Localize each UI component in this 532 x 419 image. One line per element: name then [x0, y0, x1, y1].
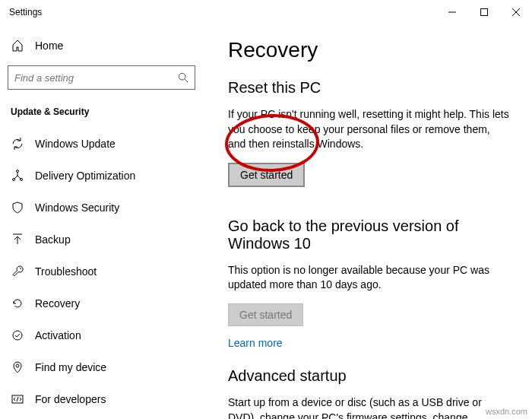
sidebar-item-label: For developers	[35, 393, 106, 405]
advanced-heading: Advanced startup	[228, 367, 517, 385]
svg-line-5	[185, 79, 188, 82]
reset-description: If your PC isn't running well, resetting…	[228, 107, 509, 152]
sidebar-item-label: Activation	[35, 329, 81, 341]
sidebar-item-recovery[interactable]: Recovery	[0, 287, 203, 319]
minimize-button[interactable]	[436, 0, 468, 24]
sidebar-home-label: Home	[35, 40, 63, 52]
svg-point-10	[13, 331, 22, 340]
sync-icon	[11, 138, 24, 150]
titlebar: Settings	[0, 0, 532, 24]
wrench-icon	[11, 265, 24, 278]
home-icon	[11, 40, 24, 52]
goback-get-started-button: Get started	[228, 303, 303, 326]
window-title: Settings	[9, 7, 42, 17]
sidebar: Home Update & Security Windows Update De…	[0, 24, 204, 419]
search-box[interactable]	[8, 65, 195, 90]
advanced-description: Start up from a device or disc (such as …	[228, 395, 509, 419]
goback-description: This option is no longer available becau…	[228, 263, 509, 293]
page-title: Recovery	[228, 38, 517, 62]
sidebar-item-for-developers[interactable]: For developers	[0, 383, 203, 415]
sidebar-item-label: Windows Update	[35, 138, 116, 150]
learn-more-link[interactable]: Learn more	[228, 337, 283, 349]
close-button[interactable]	[500, 0, 532, 24]
svg-rect-1	[481, 9, 488, 16]
search-icon	[178, 72, 188, 83]
sidebar-item-label: Backup	[35, 233, 71, 246]
sidebar-item-label: Find my device	[35, 361, 106, 373]
shield-icon	[11, 202, 24, 214]
developer-icon	[11, 393, 24, 405]
sidebar-item-backup[interactable]: Backup	[0, 224, 203, 256]
delivery-icon	[11, 170, 24, 182]
location-icon	[11, 361, 24, 373]
sidebar-item-find-my-device[interactable]: Find my device	[0, 351, 203, 383]
content-area: Recovery Reset this PC If your PC isn't …	[204, 24, 532, 419]
svg-point-4	[179, 73, 185, 80]
sidebar-section-header: Update & Security	[0, 100, 203, 128]
watermark: wsxdn.com	[486, 407, 527, 416]
svg-point-11	[16, 364, 19, 367]
search-input[interactable]	[14, 72, 178, 84]
recovery-icon	[11, 297, 24, 309]
sidebar-item-label: Delivery Optimization	[35, 170, 135, 182]
sidebar-item-label: Recovery	[35, 297, 80, 309]
sidebar-item-troubleshoot[interactable]: Troubleshoot	[0, 256, 203, 287]
reset-heading: Reset this PC	[228, 79, 517, 97]
sidebar-home[interactable]: Home	[0, 30, 203, 61]
sidebar-item-delivery-optimization[interactable]: Delivery Optimization	[0, 160, 203, 192]
backup-icon	[11, 233, 24, 246]
goback-heading: Go back to the previous version of Windo…	[228, 217, 517, 252]
activation-icon	[11, 329, 24, 341]
maximize-button[interactable]	[468, 0, 500, 24]
sidebar-item-label: Windows Security	[35, 202, 119, 214]
sidebar-item-windows-update[interactable]: Windows Update	[0, 128, 203, 160]
reset-get-started-button[interactable]: Get started	[228, 163, 305, 187]
sidebar-item-windows-security[interactable]: Windows Security	[0, 192, 203, 224]
sidebar-item-label: Troubleshoot	[35, 265, 97, 278]
svg-point-6	[17, 170, 19, 173]
sidebar-item-activation[interactable]: Activation	[0, 319, 203, 351]
